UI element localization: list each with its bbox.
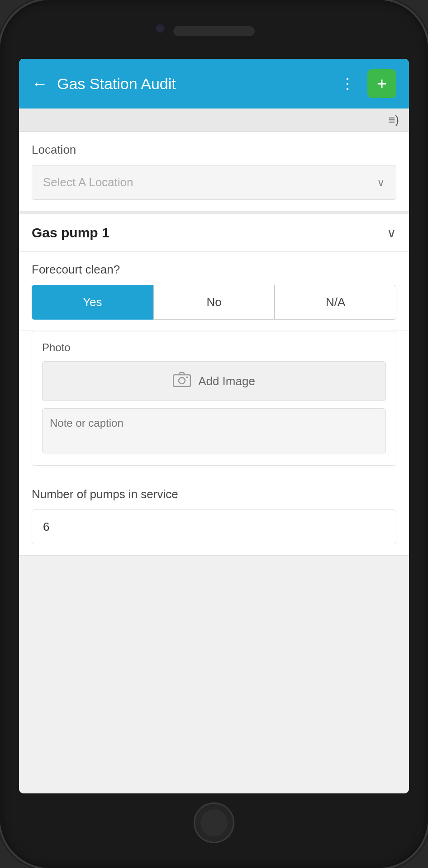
photo-section: Photo Add Image — [32, 331, 396, 466]
phone-shell: ← Gas Station Audit ⋮ + ≡) Location Sele… — [0, 0, 428, 868]
answer-no-button[interactable]: No — [153, 285, 275, 320]
photo-label: Photo — [42, 341, 386, 354]
forecourt-label: Forecourt clean? — [32, 263, 396, 277]
app-header: ← Gas Station Audit ⋮ + — [19, 59, 409, 108]
note-input[interactable] — [42, 408, 386, 453]
camera-icon — [173, 372, 191, 391]
location-label: Location — [32, 143, 396, 157]
add-image-text: Add Image — [198, 374, 255, 388]
pumps-count-input[interactable] — [32, 509, 396, 544]
home-inner — [200, 809, 228, 836]
pump-section: Gas pump 1 ∨ Forecourt clean? Yes No N/A… — [19, 214, 409, 556]
toolbar: ≡) — [19, 108, 409, 132]
page-title: Gas Station Audit — [57, 75, 328, 93]
pumps-count-label: Number of pumps in service — [32, 487, 396, 501]
content-area: Location Select A Location ∨ Gas pump 1 … — [19, 132, 409, 556]
location-placeholder: Select A Location — [43, 175, 133, 189]
svg-rect-2 — [186, 377, 188, 378]
pump-title: Gas pump 1 — [32, 225, 109, 241]
svg-rect-0 — [173, 375, 190, 387]
svg-point-1 — [179, 377, 185, 384]
back-button[interactable]: ← — [32, 75, 48, 92]
location-select[interactable]: Select A Location ∨ — [32, 165, 396, 200]
pump-chevron-icon: ∨ — [387, 226, 396, 241]
pump-header[interactable]: Gas pump 1 ∨ — [19, 214, 409, 252]
phone-camera — [155, 24, 165, 33]
list-icon[interactable]: ≡) — [388, 113, 399, 127]
add-image-button[interactable]: Add Image — [42, 361, 386, 401]
answer-na-button[interactable]: N/A — [275, 285, 396, 320]
phone-speaker — [173, 26, 255, 36]
chevron-down-icon: ∨ — [377, 176, 385, 189]
add-button[interactable]: + — [367, 69, 396, 98]
location-section: Location Select A Location ∨ — [19, 132, 409, 214]
pumps-count-section: Number of pumps in service — [19, 476, 409, 555]
forecourt-question: Forecourt clean? Yes No N/A — [19, 252, 409, 331]
more-button[interactable]: ⋮ — [337, 75, 358, 92]
phone-home-button[interactable] — [194, 802, 234, 843]
answer-yes-button[interactable]: Yes — [32, 285, 153, 320]
screen: ← Gas Station Audit ⋮ + ≡) Location Sele… — [19, 59, 409, 793]
answer-buttons: Yes No N/A — [32, 285, 396, 320]
